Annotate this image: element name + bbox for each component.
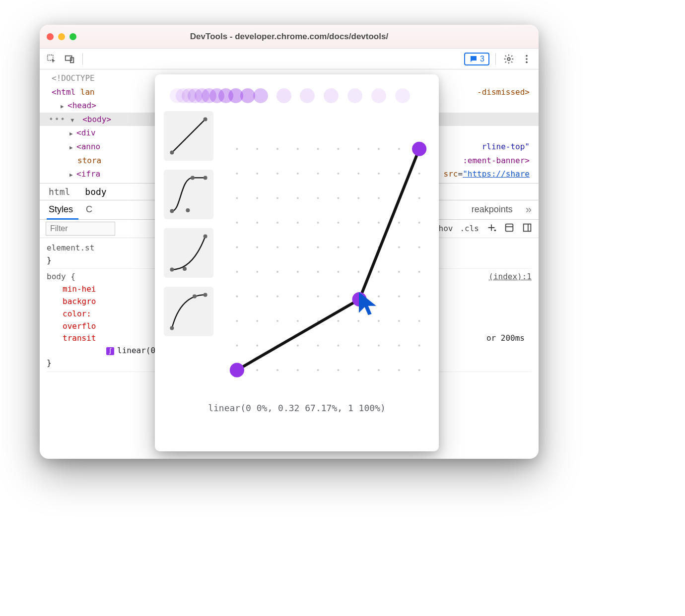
svg-point-44	[276, 197, 278, 199]
easing-control-point[interactable]	[412, 142, 426, 156]
kebab-menu-icon[interactable]	[520, 52, 534, 66]
preview-ball	[395, 88, 410, 103]
svg-point-84	[276, 296, 278, 298]
inspect-element-icon[interactable]	[45, 52, 59, 66]
computed-styles-icon[interactable]	[504, 222, 515, 235]
svg-point-51	[418, 197, 420, 199]
svg-point-102	[236, 345, 238, 347]
svg-point-115	[297, 369, 299, 371]
svg-point-42	[236, 197, 238, 199]
svg-point-114	[276, 369, 278, 371]
svg-point-49	[378, 197, 380, 199]
svg-point-78	[357, 271, 359, 273]
svg-point-59	[378, 222, 380, 224]
svg-point-61	[418, 222, 420, 224]
svg-point-117	[337, 369, 339, 371]
preview-ball	[276, 88, 291, 103]
preview-ball	[253, 88, 268, 103]
svg-point-77	[337, 271, 339, 273]
preset-ease-out[interactable]	[164, 287, 213, 336]
preset-linear[interactable]	[164, 111, 213, 161]
svg-point-74	[276, 271, 278, 273]
disclosure-triangle-icon[interactable]: ▶	[69, 171, 76, 180]
new-rule-icon[interactable]	[486, 222, 497, 235]
svg-point-103	[256, 345, 258, 347]
svg-point-30	[398, 148, 400, 150]
svg-point-39	[378, 173, 380, 175]
svg-point-58	[357, 222, 359, 224]
svg-point-38	[357, 173, 359, 175]
svg-point-43	[256, 197, 258, 199]
svg-point-28	[357, 148, 359, 150]
window-minimize-button[interactable]	[58, 33, 65, 40]
svg-point-82	[236, 296, 238, 298]
tab-styles[interactable]: Styles	[49, 204, 73, 215]
svg-point-33	[256, 173, 258, 175]
svg-point-108	[357, 345, 359, 347]
devtools-window: DevTools - developer.chrome.com/docs/dev…	[40, 25, 539, 459]
svg-point-63	[256, 246, 258, 248]
svg-point-109	[378, 345, 380, 347]
easing-control-point[interactable]	[352, 292, 367, 307]
preset-ease-in[interactable]	[164, 228, 213, 278]
svg-point-99	[378, 320, 380, 322]
svg-point-5	[526, 58, 528, 60]
styles-filter-input[interactable]	[46, 222, 115, 236]
crumb-html[interactable]: html	[49, 186, 70, 197]
svg-point-76	[317, 271, 319, 273]
svg-point-24	[276, 148, 278, 150]
svg-point-26	[317, 148, 319, 150]
svg-rect-8	[524, 224, 531, 231]
svg-point-3	[507, 58, 510, 61]
easing-swatch-icon[interactable]: ∫	[106, 347, 114, 355]
easing-editor-popup: linear(0 0%, 0.32 67.17%, 1 100%)	[155, 74, 439, 451]
disclosure-triangle-icon[interactable]: ▶	[69, 143, 76, 152]
easing-curve-editor[interactable]	[227, 111, 430, 399]
svg-point-95	[297, 320, 299, 322]
svg-point-121	[418, 369, 420, 371]
disclosure-triangle-icon[interactable]: ▶	[61, 102, 68, 111]
easing-control-point[interactable]	[230, 363, 244, 377]
device-toolbar-icon[interactable]	[63, 52, 76, 66]
toggle-sidebar-icon[interactable]	[522, 222, 533, 235]
svg-point-55	[297, 222, 299, 224]
preset-ease-in-out[interactable]	[164, 170, 213, 219]
svg-point-70	[398, 246, 400, 248]
issues-badge[interactable]: 3	[464, 53, 489, 65]
svg-point-79	[378, 271, 380, 273]
svg-point-53	[256, 222, 258, 224]
svg-point-87	[337, 296, 339, 298]
svg-point-111	[418, 345, 420, 347]
svg-point-118	[357, 369, 359, 371]
svg-point-67	[337, 246, 339, 248]
svg-point-37	[337, 173, 339, 175]
svg-rect-7	[506, 224, 513, 231]
cls-toggle[interactable]: .cls	[460, 224, 479, 233]
svg-point-66	[317, 246, 319, 248]
svg-point-94	[276, 320, 278, 322]
svg-point-107	[337, 345, 339, 347]
svg-point-16	[170, 268, 174, 272]
svg-point-119	[378, 369, 380, 371]
ellipsis-icon: •••	[49, 115, 66, 124]
disclosure-triangle-icon[interactable]: ▶	[69, 129, 76, 138]
svg-point-25	[297, 148, 299, 150]
svg-point-11	[204, 117, 207, 121]
svg-point-89	[378, 296, 380, 298]
settings-icon[interactable]	[502, 52, 516, 66]
window-close-button[interactable]	[47, 33, 54, 40]
more-tabs-icon[interactable]: »	[526, 203, 530, 216]
svg-point-60	[398, 222, 400, 224]
svg-point-17	[183, 267, 187, 271]
svg-point-6	[526, 61, 528, 63]
source-link[interactable]: (index):1	[488, 271, 532, 283]
disclosure-triangle-open-icon[interactable]: ▼	[71, 116, 78, 125]
tab-breakpoints-partial[interactable]: reakpoints	[472, 204, 513, 215]
issues-count: 3	[480, 55, 484, 63]
window-zoom-button[interactable]	[69, 33, 76, 40]
svg-point-93	[256, 320, 258, 322]
svg-point-14	[191, 176, 195, 180]
crumb-body[interactable]: body	[85, 186, 106, 197]
tab-computed-partial[interactable]: C	[86, 204, 92, 215]
svg-point-18	[204, 234, 207, 238]
